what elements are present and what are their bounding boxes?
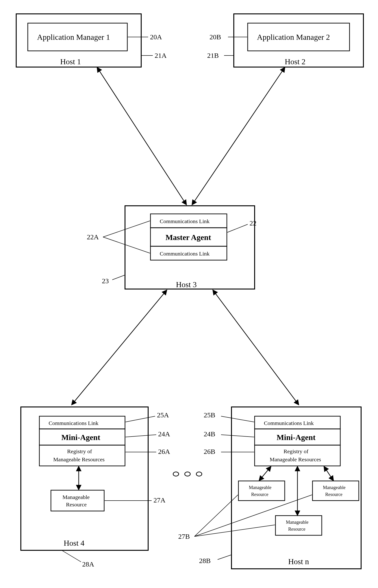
svg-line-44 — [221, 416, 254, 422]
h3-comm-bot: Communications Link — [160, 251, 209, 257]
hn-reg2: Manageable Resources — [270, 456, 321, 462]
svg-line-18 — [72, 290, 167, 405]
host2-label: Host 2 — [285, 57, 306, 66]
host1-label: Host 1 — [60, 57, 81, 66]
svg-line-30 — [63, 551, 81, 562]
ref-22: 22 — [250, 219, 256, 227]
ref-26b: 26B — [204, 448, 215, 455]
ref-25a: 25A — [157, 411, 169, 419]
hn-comm: Communications Link — [264, 420, 314, 426]
ref-23: 23 — [102, 277, 109, 285]
svg-line-17 — [192, 67, 285, 205]
h4-res2: Resource — [66, 501, 87, 508]
hn-resB2: Resource — [325, 492, 343, 497]
svg-line-12 — [103, 221, 150, 237]
ref-26a: 26A — [158, 448, 170, 455]
ref-21b: 21B — [207, 51, 219, 59]
svg-line-41 — [259, 467, 271, 481]
ref-27b: 27B — [178, 533, 190, 540]
svg-rect-38 — [238, 481, 285, 501]
appmgr2-label: Application Manager 2 — [257, 33, 330, 41]
ref-22a: 22A — [87, 233, 99, 241]
svg-line-14 — [227, 224, 248, 232]
h4-res1: Manageable — [63, 494, 90, 500]
host4-label: Host 4 — [64, 539, 84, 547]
svg-line-16 — [97, 67, 186, 205]
svg-line-45 — [221, 435, 254, 437]
ref-27a: 27A — [153, 496, 165, 504]
ref-28b: 28B — [199, 557, 211, 564]
hn-resA2: Resource — [251, 492, 269, 497]
svg-line-27 — [125, 435, 156, 437]
ref-25b: 25B — [204, 411, 215, 419]
svg-line-48 — [194, 525, 275, 537]
ref-28a: 28A — [82, 560, 94, 568]
ref-24b: 24B — [204, 430, 215, 438]
ref-20a: 20A — [150, 33, 162, 41]
hn-resB1: Manageable — [323, 485, 346, 490]
appmgr1-label: Application Manager 1 — [37, 33, 110, 41]
svg-line-19 — [213, 290, 299, 405]
hn-resC2: Resource — [288, 526, 306, 532]
svg-point-31 — [173, 472, 179, 476]
h3-comm-top: Communications Link — [160, 218, 209, 224]
ref-20b: 20B — [209, 33, 221, 41]
h4-mini: Mini-Agent — [61, 433, 100, 442]
svg-line-26 — [125, 416, 155, 422]
svg-rect-24 — [51, 490, 104, 511]
svg-rect-39 — [312, 481, 359, 501]
svg-line-43 — [324, 467, 333, 481]
ref-21a: 21A — [155, 51, 167, 59]
svg-point-33 — [196, 472, 202, 476]
hn-resC1: Manageable — [286, 520, 309, 525]
h4-comm: Communications Link — [49, 420, 98, 426]
hn-resA1: Manageable — [249, 485, 271, 490]
h4-reg2: Manageable Resources — [53, 456, 105, 462]
hn-reg1: Registry of — [284, 448, 308, 454]
svg-line-15 — [112, 275, 124, 280]
ref-24a: 24A — [158, 430, 170, 438]
hn-mini: Mini-Agent — [277, 433, 316, 442]
svg-rect-40 — [275, 516, 322, 535]
h4-reg1: Registry of — [67, 448, 92, 454]
h3-master: Master Agent — [165, 233, 211, 242]
svg-line-13 — [103, 237, 150, 253]
svg-rect-20 — [21, 407, 148, 550]
svg-point-32 — [185, 472, 190, 476]
host3-label: Host 3 — [176, 280, 197, 289]
hostn-label: Host n — [288, 557, 309, 566]
svg-line-50 — [217, 555, 231, 560]
